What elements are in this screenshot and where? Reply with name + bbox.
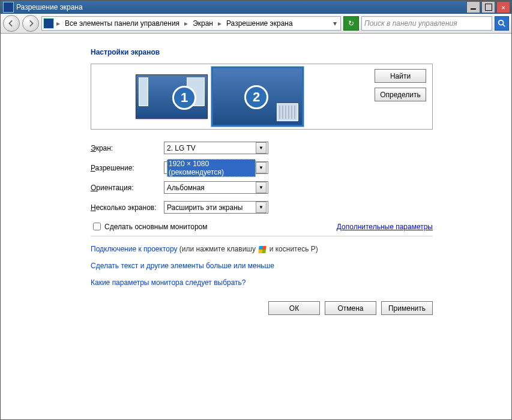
make-primary-checkbox[interactable]	[93, 223, 101, 230]
multiscreen-select[interactable]: Расширить эти экраны ▼	[164, 201, 268, 214]
orientation-label: Ориентация:	[91, 184, 164, 192]
display-preview: 1 2 Найти Определить	[91, 64, 433, 130]
dropdown-caret-icon: ▼	[256, 142, 267, 154]
resolution-select[interactable]: 1920 × 1080 (рекомендуется) ▼	[164, 161, 268, 174]
breadcrumb-level2[interactable]: Экран	[189, 17, 217, 30]
chevron-right-icon: ▸	[55, 19, 61, 28]
orientation-select[interactable]: Альбомная ▼	[164, 181, 268, 194]
nav-forward-button[interactable]	[22, 15, 39, 32]
screen-label: Экран:	[91, 144, 164, 152]
monitor-1[interactable]: 1	[136, 74, 208, 119]
text-size-link[interactable]: Сделать текст и другие элементы больше и…	[91, 262, 274, 270]
nav-back-button[interactable]	[3, 15, 20, 32]
ok-button[interactable]: ОК	[268, 301, 320, 315]
monitor-2-number: 2	[244, 85, 268, 109]
dropdown-caret-icon: ▼	[256, 162, 267, 173]
advanced-settings-link[interactable]: Дополнительные параметры	[337, 223, 433, 231]
page-heading: Настройки экранов	[91, 48, 511, 56]
which-monitor-link[interactable]: Какие параметры монитора следует выбрать…	[91, 278, 246, 287]
make-primary-label: Сделать основным монитором	[104, 223, 208, 231]
window-title: Разрешение экрана	[16, 3, 83, 11]
breadcrumb-level3[interactable]: Разрешение экрана	[223, 17, 297, 30]
window-maximize-button[interactable]	[481, 1, 495, 13]
refresh-button[interactable]: ↻	[343, 16, 359, 31]
search-input[interactable]	[362, 19, 492, 28]
find-displays-button[interactable]: Найти	[375, 69, 426, 83]
breadcrumb-root[interactable]: Все элементы панели управления	[61, 17, 183, 30]
separator	[91, 236, 433, 236]
svg-point-0	[499, 20, 504, 25]
app-icon	[3, 2, 14, 13]
window-minimize-button[interactable]	[466, 1, 480, 13]
projector-link[interactable]: Подключение к проектору	[91, 245, 178, 253]
search-button[interactable]	[495, 16, 509, 31]
resolution-label: Разрешение:	[91, 164, 164, 172]
multiscreen-label: Несколько экранов:	[91, 203, 164, 212]
window-close-button[interactable]	[496, 1, 510, 13]
control-panel-icon	[43, 18, 54, 29]
chevron-right-icon: ▸	[183, 19, 189, 28]
search-box[interactable]	[361, 16, 492, 31]
monitor-2-selected[interactable]: 2	[211, 67, 304, 127]
identify-displays-button[interactable]: Определить	[375, 88, 426, 101]
apply-button[interactable]: Применить	[381, 301, 433, 315]
dropdown-caret-icon: ▼	[256, 202, 267, 213]
monitor-1-number: 1	[172, 86, 196, 110]
dropdown-caret-icon: ▼	[256, 182, 267, 193]
breadcrumb-dropdown-icon[interactable]: ▾	[331, 19, 339, 28]
svg-line-1	[503, 25, 505, 27]
titlebar: Разрешение экрана	[1, 1, 511, 14]
cancel-button[interactable]: Отмена	[325, 301, 376, 315]
breadcrumb-bar[interactable]: ▸ Все элементы панели управления ▸ Экран…	[41, 16, 341, 31]
projector-hint: (или нажмите клавишу и коснитесь P)	[179, 245, 318, 253]
chevron-right-icon: ▸	[217, 19, 223, 28]
screen-select[interactable]: 2. LG TV ▼	[164, 142, 268, 154]
navigation-bar: ▸ Все элементы панели управления ▸ Экран…	[1, 14, 511, 34]
windows-key-icon	[259, 246, 266, 253]
content-area: Настройки экранов 1 2 Найти Определить	[1, 34, 511, 419]
